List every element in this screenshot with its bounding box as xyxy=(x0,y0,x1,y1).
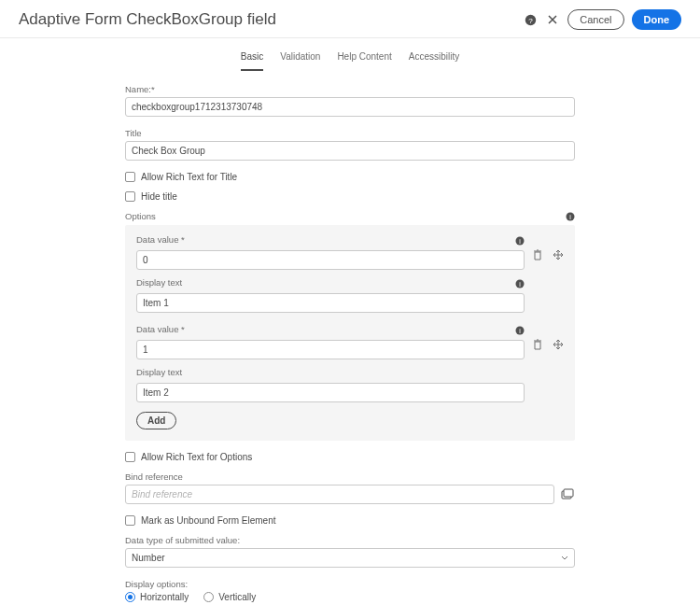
close-icon[interactable] xyxy=(545,12,560,27)
tab-help-content[interactable]: Help Content xyxy=(337,48,391,71)
add-option-button[interactable]: Add xyxy=(136,412,176,429)
checkbox-rich-text-options[interactable] xyxy=(125,452,135,462)
option-1-datavalue-label: Data value * xyxy=(136,324,185,334)
tab-content-basic: Name:* Title Allow Rich Text for Title H… xyxy=(121,84,579,605)
bind-reference-input[interactable] xyxy=(125,485,554,504)
name-input[interactable] xyxy=(125,97,575,117)
label-rich-text-options: Allow Rich Text for Options xyxy=(141,452,252,462)
label-hide-title: Hide title xyxy=(141,191,177,202)
tab-validation[interactable]: Validation xyxy=(280,48,320,71)
name-label: Name:* xyxy=(125,84,575,94)
checkbox-mark-unbound[interactable] xyxy=(125,515,135,526)
option-0-displaytext-input[interactable] xyxy=(136,293,525,313)
radio-vertically-label: Vertically xyxy=(218,592,256,602)
svg-rect-11 xyxy=(564,489,573,497)
bind-reference-browse-icon[interactable] xyxy=(560,487,575,502)
checkbox-hide-title[interactable] xyxy=(125,191,135,202)
option-0-delete-icon[interactable] xyxy=(532,249,543,260)
label-mark-unbound: Mark as Unbound Form Element xyxy=(141,515,276,526)
field-display-options: Display options: Horizontally Vertically xyxy=(125,579,575,602)
option-row-0: Data value * i Display text i xyxy=(136,234,564,320)
option-1-displaytext-label: Display text xyxy=(136,367,182,377)
field-data-type: Data type of submitted value: Number xyxy=(125,535,575,568)
option-0-displaytext-info-icon[interactable]: i xyxy=(515,279,525,288)
title-input[interactable] xyxy=(125,141,575,161)
options-info-icon[interactable]: i xyxy=(566,212,575,221)
option-row-1: Data value * i Display text xyxy=(136,324,564,402)
field-name: Name:* xyxy=(125,84,575,117)
checkbox-rich-text-title[interactable] xyxy=(125,172,135,182)
radio-vertically[interactable]: Vertically xyxy=(203,592,256,602)
display-options-label: Display options: xyxy=(125,579,575,589)
option-0-datavalue-label: Data value * xyxy=(136,234,185,245)
radio-horizontally-control[interactable] xyxy=(125,592,135,602)
options-header: Options i xyxy=(125,211,575,221)
option-1-datavalue-info-icon[interactable]: i xyxy=(515,326,525,335)
bind-reference-label: Bind reference xyxy=(125,471,575,482)
radio-horizontally[interactable]: Horizontally xyxy=(125,592,189,602)
row-rich-text-title[interactable]: Allow Rich Text for Title xyxy=(125,172,575,182)
help-icon[interactable]: ? xyxy=(523,12,538,27)
done-button[interactable]: Done xyxy=(632,9,682,30)
option-0-displaytext-label: Display text xyxy=(136,277,182,288)
field-title: Title xyxy=(125,128,575,161)
tab-accessibility[interactable]: Accessibility xyxy=(409,48,459,71)
header-actions: ? Cancel Done xyxy=(523,9,681,30)
title-label: Title xyxy=(125,128,575,138)
data-type-label: Data type of submitted value: xyxy=(125,535,575,545)
tab-basic[interactable]: Basic xyxy=(241,48,263,71)
option-1-displaytext-input[interactable] xyxy=(136,383,525,402)
option-1-datavalue-input[interactable] xyxy=(136,340,525,359)
dialog-title: Adaptive Form CheckBoxGroup field xyxy=(19,10,523,29)
data-type-select[interactable]: Number xyxy=(125,548,575,568)
cancel-button[interactable]: Cancel xyxy=(567,9,623,30)
option-0-datavalue-input[interactable] xyxy=(136,250,525,270)
radio-horizontally-label: Horizontally xyxy=(140,592,189,602)
radio-vertically-control[interactable] xyxy=(203,592,214,602)
option-1-move-icon[interactable] xyxy=(553,339,564,350)
options-panel: Data value * i Display text i xyxy=(125,225,575,441)
label-rich-text-title: Allow Rich Text for Title xyxy=(141,172,237,182)
row-mark-unbound[interactable]: Mark as Unbound Form Element xyxy=(125,515,575,526)
field-bind-reference: Bind reference xyxy=(125,471,575,504)
row-rich-text-options[interactable]: Allow Rich Text for Options xyxy=(125,452,575,462)
options-label: Options xyxy=(125,211,156,221)
dialog-header: Adaptive Form CheckBoxGroup field ? Canc… xyxy=(0,0,700,38)
option-0-datavalue-info-icon[interactable]: i xyxy=(515,236,525,246)
row-hide-title[interactable]: Hide title xyxy=(125,191,575,202)
option-0-move-icon[interactable] xyxy=(553,249,564,260)
tabs: Basic Validation Help Content Accessibil… xyxy=(0,38,700,71)
svg-text:?: ? xyxy=(528,16,533,24)
option-1-delete-icon[interactable] xyxy=(532,339,543,350)
